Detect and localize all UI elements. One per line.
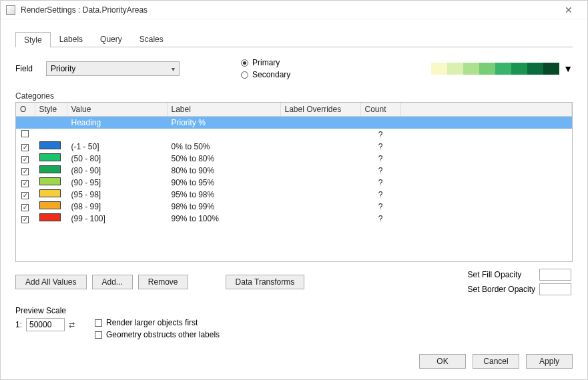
row-checkbox[interactable]: ✓ [21,180,29,187]
field-select[interactable]: Priority ▾ [46,61,180,76]
window-title: RenderSettings : Data.PriorityAreas [21,5,555,15]
row-checkbox[interactable]: ✓ [21,144,29,151]
ramp-swatch [463,63,479,75]
radio-primary-label: Primary [252,58,280,67]
style-swatch[interactable] [39,189,61,197]
radio-secondary[interactable]: Secondary [241,69,290,81]
row-count: ? [360,201,400,213]
ramp-swatch [431,63,447,75]
table-row[interactable]: ✓(-1 - 50]0% to 50%? [16,141,572,153]
row-value: (90 - 95] [67,177,167,189]
fill-opacity-input[interactable] [539,269,571,281]
titlebar: RenderSettings : Data.PriorityAreas ✕ [1,1,587,19]
ramp-dropdown-icon[interactable]: ▼ [563,63,573,74]
row-checkbox[interactable]: ✓ [21,204,29,211]
heading-value: Heading [67,117,167,129]
add-button[interactable]: Add... [92,275,133,289]
style-swatch[interactable] [39,141,61,149]
field-row: Field Priority ▾ Primary Secondary ▼ [15,57,573,81]
row-label: 98% to 99% [167,201,280,213]
table-row[interactable]: ✓(80 - 90]80% to 90%? [16,165,572,177]
tab-query[interactable]: Query [91,31,131,47]
row-checkbox[interactable]: ✓ [21,216,29,223]
col-o[interactable]: O [16,103,35,117]
row-label: 99% to 100% [167,213,280,225]
row-overrides [280,165,360,177]
swap-icon[interactable]: ⇄ [69,321,75,329]
table-row[interactable]: ✓(95 - 98]95% to 98%? [16,189,572,201]
ramp-swatch [447,63,463,75]
transforms-button[interactable]: Data Transforms [226,275,305,289]
app-icon [6,5,15,15]
style-swatch[interactable] [39,153,61,161]
apply-button[interactable]: Apply [526,354,573,369]
radio-primary[interactable]: Primary [241,57,290,69]
style-swatch[interactable] [39,177,61,185]
radio-dot-icon [241,71,248,79]
row-count: ? [360,129,400,141]
row-checkbox[interactable] [21,130,29,137]
style-swatch[interactable] [39,201,61,209]
col-label[interactable]: Label [167,103,280,117]
color-ramp[interactable]: ▼ [431,63,573,75]
ok-button[interactable]: OK [419,354,466,369]
row-label: 90% to 95% [167,177,280,189]
table-row[interactable]: ? [16,129,572,141]
heading-label: Priority % [167,117,280,129]
row-checkbox[interactable]: ✓ [21,168,29,175]
row-label: 95% to 98% [167,189,280,201]
preview-input[interactable] [26,318,65,331]
row-checkbox[interactable]: ✓ [21,192,29,199]
tab-scales[interactable]: Scales [131,31,172,47]
col-value[interactable]: Value [67,103,167,117]
content-area: StyleLabelsQueryScales Field Priority ▾ … [1,19,587,379]
preview-label: Preview Scale [15,306,75,315]
row-value: (80 - 90] [67,165,167,177]
row-overrides [280,201,360,213]
check-larger[interactable]: Render larger objects first [95,318,220,327]
table-row[interactable]: ✓(99 - 100]99% to 100%? [16,213,572,225]
dialog-buttons: OK Cancel Apply [419,354,573,369]
col-style[interactable]: Style [35,103,67,117]
row-count: ? [360,141,400,153]
row-count: ? [360,153,400,165]
row-count: ? [360,177,400,189]
check-larger-label: Render larger objects first [106,318,198,327]
checkbox-icon [95,331,102,339]
row-overrides [280,213,360,225]
row-label: 0% to 50% [167,141,280,153]
dialog-window: RenderSettings : Data.PriorityAreas ✕ St… [0,0,588,380]
table-row[interactable]: ✓(90 - 95]90% to 95%? [16,177,572,189]
row-overrides [280,129,360,141]
close-icon[interactable]: ✕ [555,5,582,15]
cancel-button[interactable]: Cancel [473,354,519,369]
fill-opacity-label: Set Fill Opacity [468,270,535,279]
border-opacity-label: Set Border Opacity [468,285,535,294]
row-label [167,129,280,141]
row-checkbox[interactable]: ✓ [21,156,29,163]
row-count: ? [360,189,400,201]
add-all-button[interactable]: Add All Values [15,275,87,289]
table-row[interactable]: ✓(98 - 99]98% to 99%? [16,201,572,213]
style-swatch[interactable] [39,213,61,221]
col-over[interactable]: Label Overrides [280,103,360,117]
row-value: (50 - 80] [67,153,167,165]
chevron-down-icon: ▾ [172,65,175,73]
tab-style[interactable]: Style [15,32,51,47]
table-row[interactable]: ✓(50 - 80]50% to 80%? [16,153,572,165]
row-value: (-1 - 50] [67,141,167,153]
bottom-panel: Preview Scale 1: ⇄ Render larger objects… [15,306,573,339]
style-swatch[interactable] [39,165,61,173]
check-obstruct[interactable]: Geometry obstructs other labels [95,330,220,339]
col-count[interactable]: Count [360,103,400,117]
row-count: ? [360,213,400,225]
row-overrides [280,141,360,153]
remove-button[interactable]: Remove [138,275,188,289]
row-count: ? [360,165,400,177]
preview-prefix: 1: [15,320,22,329]
categories-label: Categories [15,91,573,101]
radio-group: Primary Secondary [241,57,290,81]
heading-row[interactable]: HeadingPriority % [16,117,572,129]
border-opacity-input[interactable] [539,283,571,295]
tab-labels[interactable]: Labels [51,31,91,47]
